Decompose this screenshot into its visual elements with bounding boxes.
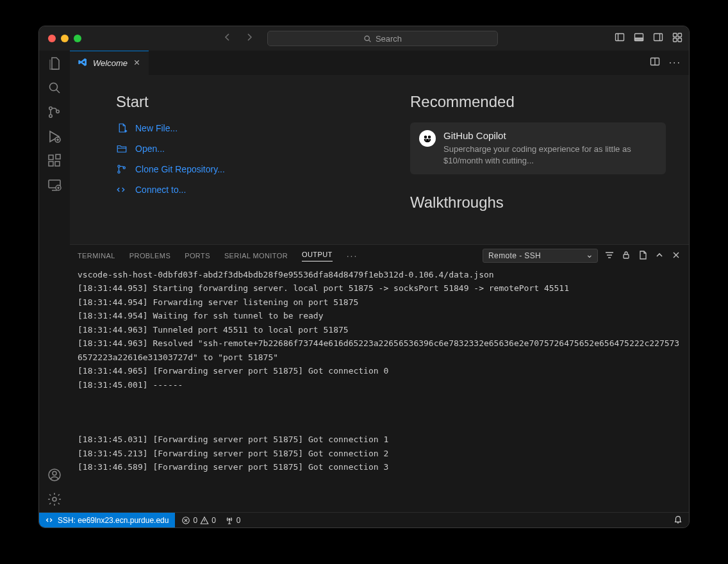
warning-count: 0 bbox=[211, 516, 216, 525]
more-actions-icon[interactable]: ··· bbox=[669, 57, 681, 69]
svg-rect-15 bbox=[49, 162, 53, 166]
status-ports[interactable]: 0 bbox=[225, 516, 241, 525]
svg-point-11 bbox=[49, 115, 52, 117]
titlebar: Search bbox=[39, 26, 689, 51]
settings-gear-icon[interactable] bbox=[47, 492, 62, 507]
accounts-icon[interactable] bbox=[47, 467, 62, 483]
new-file-icon bbox=[116, 122, 128, 134]
svg-rect-31 bbox=[624, 254, 629, 258]
window-controls bbox=[48, 35, 81, 42]
warning-icon bbox=[200, 516, 209, 525]
run-debug-icon[interactable] bbox=[47, 129, 62, 144]
toggle-primary-sidebar-icon[interactable] bbox=[615, 32, 625, 45]
svg-rect-4 bbox=[654, 34, 663, 41]
panel-tab-serial-monitor[interactable]: SERIAL MONITOR bbox=[224, 252, 288, 260]
panel-tabs: TERMINAL PROBLEMS PORTS SERIAL MONITOR O… bbox=[70, 245, 689, 267]
command-center-search[interactable]: Search bbox=[267, 31, 498, 46]
radio-tower-icon bbox=[225, 516, 234, 525]
copilot-icon bbox=[419, 130, 436, 147]
copilot-title: GitHub Copilot bbox=[443, 130, 657, 141]
svg-rect-14 bbox=[49, 155, 53, 160]
connect-to-label: Connect to... bbox=[135, 185, 186, 195]
remote-explorer-icon[interactable] bbox=[47, 178, 62, 193]
svg-point-27 bbox=[424, 136, 427, 139]
svg-point-28 bbox=[428, 136, 431, 139]
open-label: Open... bbox=[135, 144, 165, 154]
status-problems[interactable]: 0 0 bbox=[181, 516, 215, 525]
bottom-panel: TERMINAL PROBLEMS PORTS SERIAL MONITOR O… bbox=[70, 244, 689, 512]
svg-point-25 bbox=[118, 171, 120, 173]
vscode-window: Search bbox=[38, 26, 690, 528]
nav-back-icon[interactable] bbox=[222, 32, 233, 45]
panel-more-icon[interactable]: ··· bbox=[347, 251, 358, 261]
search-placeholder: Search bbox=[376, 34, 402, 44]
ports-count: 0 bbox=[236, 516, 241, 525]
svg-point-30 bbox=[429, 140, 430, 141]
panel-tab-problems[interactable]: PROBLEMS bbox=[129, 252, 170, 260]
explorer-icon[interactable] bbox=[47, 56, 62, 71]
svg-point-10 bbox=[49, 107, 52, 110]
walkthroughs-heading: Walkthroughs bbox=[410, 194, 666, 212]
editor-tabs: Welcome ··· bbox=[70, 51, 689, 75]
svg-point-22 bbox=[53, 497, 56, 501]
git-branch-icon bbox=[116, 163, 128, 175]
new-file-label: New File... bbox=[135, 123, 178, 133]
start-heading: Start bbox=[116, 93, 372, 111]
tab-title: Welcome bbox=[93, 58, 128, 68]
svg-rect-1 bbox=[616, 34, 624, 41]
close-window-button[interactable] bbox=[48, 35, 56, 42]
panel-maximize-icon[interactable] bbox=[654, 250, 665, 261]
notifications-icon[interactable] bbox=[674, 515, 682, 526]
svg-point-0 bbox=[365, 36, 369, 40]
panel-tab-output[interactable]: OUTPUT bbox=[302, 251, 333, 261]
panel-close-icon[interactable] bbox=[671, 250, 681, 261]
open-log-file-icon[interactable] bbox=[638, 250, 648, 261]
welcome-editor: Start New File... Open... Clone Git R bbox=[70, 75, 689, 244]
output-log[interactable]: vscode-ssh-host-0dbfd03f-abd2f3db4bdb28f… bbox=[70, 267, 689, 512]
source-control-icon[interactable] bbox=[47, 104, 62, 120]
svg-point-24 bbox=[118, 165, 120, 167]
svg-rect-16 bbox=[55, 162, 60, 166]
status-remote-host[interactable]: SSH: ee69lnx23.ecn.purdue.edu bbox=[39, 513, 175, 527]
remote-host-label: SSH: ee69lnx23.ecn.purdue.edu bbox=[58, 516, 169, 525]
customize-layout-icon[interactable] bbox=[672, 32, 682, 45]
folder-open-icon bbox=[116, 143, 128, 154]
error-count: 0 bbox=[193, 516, 197, 525]
github-copilot-card[interactable]: GitHub Copilot Supercharge your coding e… bbox=[410, 122, 666, 174]
copilot-desc: Supercharge your coding experience for a… bbox=[443, 144, 657, 167]
remote-icon bbox=[46, 516, 54, 524]
clone-repo-label: Clone Git Repository... bbox=[135, 164, 225, 174]
svg-point-12 bbox=[56, 110, 59, 113]
filter-icon[interactable] bbox=[604, 250, 615, 261]
tab-welcome[interactable]: Welcome bbox=[70, 51, 149, 75]
svg-rect-8 bbox=[678, 38, 682, 42]
output-channel-select[interactable]: Remote - SSH bbox=[483, 249, 598, 263]
svg-rect-7 bbox=[674, 38, 677, 42]
recommended-heading: Recommended bbox=[410, 93, 666, 111]
remote-connect-icon bbox=[116, 184, 128, 195]
panel-tab-ports[interactable]: PORTS bbox=[185, 252, 210, 260]
toggle-secondary-sidebar-icon[interactable] bbox=[653, 32, 663, 45]
panel-tab-terminal[interactable]: TERMINAL bbox=[78, 252, 115, 260]
connect-to-link[interactable]: Connect to... bbox=[116, 184, 372, 195]
vscode-file-icon bbox=[78, 57, 88, 69]
split-editor-icon[interactable] bbox=[650, 56, 660, 69]
new-file-link[interactable]: New File... bbox=[116, 122, 372, 134]
clone-repo-link[interactable]: Clone Git Repository... bbox=[116, 163, 372, 175]
extensions-icon[interactable] bbox=[47, 153, 62, 169]
search-activity-icon[interactable] bbox=[47, 80, 62, 95]
toggle-panel-icon[interactable] bbox=[634, 32, 644, 45]
output-channel-label: Remote - SSH bbox=[488, 251, 541, 260]
svg-rect-6 bbox=[678, 33, 682, 37]
svg-point-33 bbox=[229, 518, 230, 520]
minimize-window-button[interactable] bbox=[61, 35, 69, 42]
maximize-window-button[interactable] bbox=[74, 35, 81, 42]
status-bar: SSH: ee69lnx23.ecn.purdue.edu 0 0 0 bbox=[39, 512, 689, 527]
svg-point-9 bbox=[50, 83, 58, 91]
svg-rect-5 bbox=[674, 33, 677, 37]
open-link[interactable]: Open... bbox=[116, 143, 372, 154]
close-tab-icon[interactable] bbox=[133, 58, 141, 69]
lock-scroll-icon[interactable] bbox=[621, 250, 631, 261]
nav-forward-icon[interactable] bbox=[244, 32, 254, 45]
svg-rect-3 bbox=[635, 38, 643, 41]
